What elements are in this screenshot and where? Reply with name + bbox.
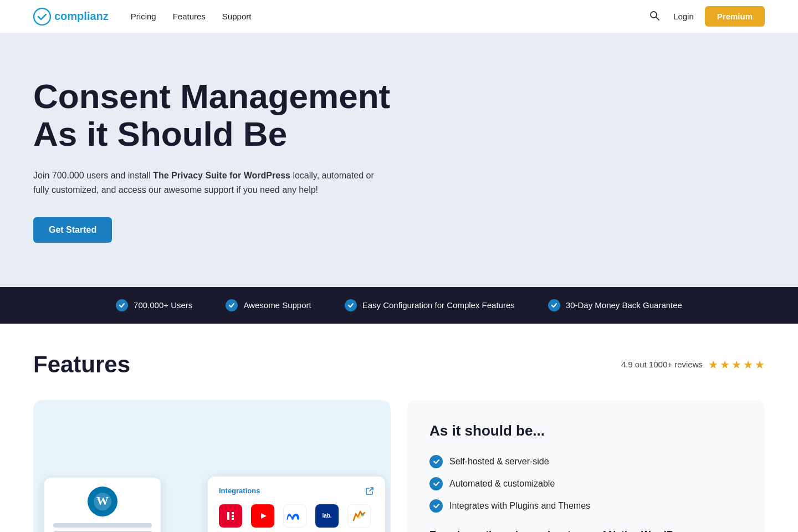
login-button[interactable]: Login bbox=[673, 12, 694, 21]
nav-links: Pricing Features Support bbox=[131, 12, 252, 21]
trust-bar: 700.000+ Users Awesome Support Easy Conf… bbox=[0, 287, 798, 324]
star-2: ★ bbox=[720, 358, 730, 371]
svg-rect-4 bbox=[224, 509, 237, 523]
integration-youtube bbox=[251, 504, 274, 528]
trust-item-guarantee: 30-Day Money Back Guarantee bbox=[548, 299, 682, 311]
logo-text: complianz bbox=[54, 10, 109, 23]
feature-right-title: As it should be... bbox=[429, 422, 743, 439]
external-link-icon bbox=[365, 487, 374, 495]
svg-rect-6 bbox=[232, 512, 234, 514]
navbar: complianz Pricing Features Support Login… bbox=[0, 0, 798, 33]
nav-features[interactable]: Features bbox=[173, 12, 206, 21]
stars-container: ★ ★ ★ ★ ★ bbox=[708, 358, 765, 371]
feature-details-panel: As it should be... Self-hosted & server-… bbox=[407, 400, 765, 532]
reviews-badge: 4.9 out 1000+ reviews ★ ★ ★ ★ ★ bbox=[621, 358, 765, 371]
wp-dashboard-card: W ✓ Complianz bbox=[44, 478, 161, 532]
wp-logo: W bbox=[88, 487, 117, 516]
star-1: ★ bbox=[708, 358, 718, 371]
check-icon-support bbox=[226, 299, 238, 311]
nav-pricing[interactable]: Pricing bbox=[131, 12, 156, 21]
features-title: Features bbox=[33, 351, 130, 378]
svg-point-0 bbox=[34, 8, 50, 25]
search-icon bbox=[649, 10, 660, 21]
hero-title: Consent Management As it Should Be bbox=[33, 78, 410, 153]
features-grid: W ✓ Complianz Integrations bbox=[33, 400, 765, 532]
integrations-label: Integrations bbox=[219, 487, 260, 495]
feature-check-2 bbox=[429, 477, 443, 490]
trust-item-support: Awesome Support bbox=[226, 299, 311, 311]
integration-analytics bbox=[347, 504, 371, 528]
svg-point-1 bbox=[651, 12, 657, 18]
feature-check-3 bbox=[429, 499, 443, 513]
svg-point-12 bbox=[361, 513, 364, 516]
integration-meta bbox=[283, 504, 306, 528]
check-icon-users bbox=[116, 299, 128, 311]
integration-elementor bbox=[219, 504, 242, 528]
svg-rect-8 bbox=[232, 518, 234, 520]
feature-list-item-2: Automated & customizable bbox=[429, 477, 743, 490]
wp-content-lines bbox=[53, 523, 152, 532]
star-4: ★ bbox=[743, 358, 753, 371]
navbar-left: complianz Pricing Features Support bbox=[33, 8, 251, 25]
premium-button[interactable]: Premium bbox=[705, 6, 765, 27]
svg-text:W: W bbox=[96, 494, 109, 508]
features-section: Features 4.9 out 1000+ reviews ★ ★ ★ ★ ★… bbox=[0, 324, 798, 532]
integrations-grid: iab. burst bbox=[219, 504, 374, 532]
search-button[interactable] bbox=[647, 8, 662, 25]
wp-line-1 bbox=[53, 523, 152, 528]
features-header: Features 4.9 out 1000+ reviews ★ ★ ★ ★ ★ bbox=[33, 351, 765, 378]
feature-list-item-3: Integrates with Plugins and Themes bbox=[429, 499, 743, 513]
get-started-button[interactable]: Get Started bbox=[33, 217, 112, 243]
integrations-header: Integrations bbox=[219, 487, 374, 495]
navbar-right: Login Premium bbox=[647, 6, 765, 27]
feature-list: Self-hosted & server-side Automated & cu… bbox=[429, 455, 743, 513]
integration-iab: iab. bbox=[315, 504, 339, 528]
logo[interactable]: complianz bbox=[33, 8, 109, 25]
svg-rect-5 bbox=[227, 512, 229, 520]
feature-check-1 bbox=[429, 455, 443, 468]
nav-support[interactable]: Support bbox=[222, 12, 252, 21]
hero-section: Consent Management As it Should Be Join … bbox=[0, 33, 798, 287]
trust-item-users: 700.000+ Users bbox=[116, 299, 192, 311]
native-wp-title: Experience the unique advantages of Nati… bbox=[429, 529, 743, 532]
check-icon-config bbox=[345, 299, 357, 311]
star-3: ★ bbox=[732, 358, 741, 371]
integrations-card: Integrations bbox=[208, 477, 385, 532]
check-icon-guarantee bbox=[548, 299, 560, 311]
trust-item-config: Easy Configuration for Complex Features bbox=[345, 299, 515, 311]
svg-point-11 bbox=[357, 515, 361, 519]
star-5: ★ bbox=[755, 358, 765, 371]
hero-subtitle: Join 700.000 users and install The Priva… bbox=[33, 168, 377, 197]
feature-mockup-panel: W ✓ Complianz Integrations bbox=[33, 400, 391, 532]
svg-rect-7 bbox=[232, 515, 234, 517]
feature-list-item-1: Self-hosted & server-side bbox=[429, 455, 743, 468]
reviews-text: 4.9 out 1000+ reviews bbox=[621, 360, 703, 369]
